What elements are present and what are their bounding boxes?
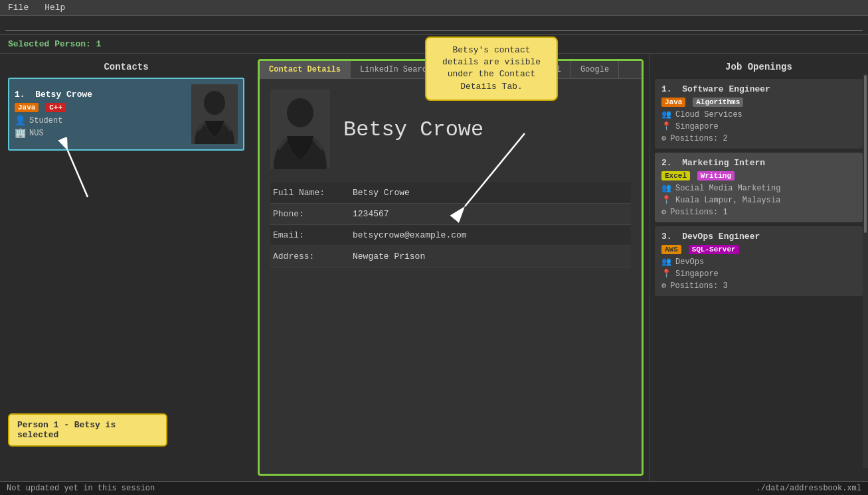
annotation-area: Person 1 - Betsy is selected <box>8 190 244 473</box>
status-bar: Not updated yet in this session ./data/a… <box>0 481 868 495</box>
contact-avatar <box>191 84 238 144</box>
job-location-1: 📍 Singapore <box>661 121 856 131</box>
svg-point-8 <box>287 98 313 127</box>
contact-role-label: Student <box>29 116 62 125</box>
job-location-2: 📍 Kuala Lampur, Malaysia <box>661 195 856 205</box>
contact-role: 👤 Student <box>15 115 191 126</box>
positions-icon-1: ⚙ <box>661 133 666 143</box>
job-location-3: 📍 Singapore <box>661 269 856 279</box>
center-panel: Betsy's contact details are visible unde… <box>252 54 649 481</box>
svg-line-6 <box>68 151 88 197</box>
contact-name: 1. Betsy Crowe <box>15 90 191 100</box>
job-positions-2: ⚙ Positions: 1 <box>661 207 856 217</box>
job-meta-1: 👥 Cloud Services 📍 Singapore ⚙ Positions… <box>661 109 856 143</box>
svg-point-2 <box>204 91 225 115</box>
phone-value: 1234567 <box>353 209 389 219</box>
job-tag-excel-2: Excel <box>661 171 690 180</box>
job-dept-1: 👥 Cloud Services <box>661 109 856 119</box>
scrollbar-track[interactable] <box>863 74 868 468</box>
detail-container: Contact Details LinkedIn Search Calendar… <box>258 59 644 476</box>
field-row-fullname: Full Name: Betsy Crowe <box>270 182 631 204</box>
job-tag-writing-2: Writing <box>697 171 735 180</box>
selected-person-label: Selected Person: 1 <box>8 39 101 49</box>
contact-fullname: Betsy Crowe <box>35 90 92 100</box>
contact-org-label: NUS <box>29 129 44 138</box>
dept-icon-3: 👥 <box>661 257 671 267</box>
jobs-panel: Job Openings 1. Software Engineer Java A… <box>649 54 868 481</box>
detail-content: Betsy Crowe Full Name: Betsy Crowe Phone… <box>260 79 642 474</box>
dept-label-2: Social Media Marketing <box>675 184 780 193</box>
fullname-value: Betsy Crowe <box>353 188 410 198</box>
dept-icon-2: 👥 <box>661 183 671 193</box>
job-name-3: DevOps Engineer <box>682 232 760 242</box>
job-dept-3: 👥 DevOps <box>661 257 856 267</box>
field-row-phone: Phone: 1234567 <box>270 204 631 225</box>
status-right: ./data/addressbook.xml <box>756 484 861 493</box>
job-item-2[interactable]: 2. Marketing Intern Excel Writing 👥 Soci… <box>655 153 863 222</box>
detail-header: Betsy Crowe <box>270 90 631 169</box>
location-label-2: Kuala Lampur, Malaysia <box>675 196 780 205</box>
left-annotation-tooltip: Person 1 - Betsy is selected <box>8 413 167 447</box>
menu-bar: File Help <box>0 0 868 16</box>
avatar-image <box>191 84 238 144</box>
job-positions-1: ⚙ Positions: 2 <box>661 133 856 143</box>
phone-label: Phone: <box>273 209 353 219</box>
email-value: betsycrowe@example.com <box>353 230 467 240</box>
tab-contact-details[interactable]: Contact Details <box>260 61 351 78</box>
dept-label-3: DevOps <box>675 257 704 267</box>
search-input[interactable] <box>5 20 863 31</box>
job-name-2: Marketing Intern <box>682 158 765 168</box>
search-bar <box>0 16 868 35</box>
field-row-address: Address: Newgate Prison <box>270 246 631 267</box>
file-menu[interactable]: File <box>5 1 31 14</box>
job-meta-3: 👥 DevOps 📍 Singapore ⚙ Positions: 3 <box>661 257 856 291</box>
positions-icon-3: ⚙ <box>661 281 666 291</box>
status-left: Not updated yet in this session <box>7 484 155 493</box>
job-tag-sql-3: SQL-Server <box>689 245 739 254</box>
positions-label-1: Positions: 2 <box>670 134 727 143</box>
building-icon: 🏢 <box>15 127 25 139</box>
scrollbar-thumb[interactable] <box>864 75 867 233</box>
tag-java: Java <box>15 103 39 112</box>
job-tag-aws-3: AWS <box>661 245 681 254</box>
job-title-3: 3. DevOps Engineer <box>661 232 856 242</box>
address-value: Newgate Prison <box>353 251 425 261</box>
contact-info: 1. Betsy Crowe Java C++ 👤 Student 🏢 NUS <box>15 90 191 139</box>
email-label: Email: <box>273 230 353 240</box>
top-annotation-area: Betsy's contact details are visible unde… <box>425 54 815 101</box>
contacts-title: Contacts <box>8 62 244 72</box>
location-icon-1: 📍 <box>661 121 671 131</box>
field-row-email: Email: betsycrowe@example.com <box>270 225 631 246</box>
job-dept-2: 👥 Social Media Marketing <box>661 183 856 193</box>
positions-label-3: Positions: 3 <box>670 281 727 291</box>
fullname-label: Full Name: <box>273 188 353 198</box>
person-icon: 👤 <box>15 115 25 126</box>
contact-meta: 👤 Student 🏢 NUS <box>15 115 191 139</box>
job-number-2: 2. <box>661 158 677 168</box>
location-icon-2: 📍 <box>661 195 671 205</box>
positions-label-2: Positions: 1 <box>670 208 727 217</box>
address-label: Address: <box>273 251 353 261</box>
dept-label-1: Cloud Services <box>675 110 742 119</box>
job-number-3: 3. <box>661 232 677 242</box>
top-annotation-tooltip: Betsy's contact details are visible unde… <box>425 54 558 101</box>
location-label-1: Singapore <box>675 122 719 131</box>
tag-cpp: C++ <box>46 103 66 112</box>
detail-fields: Full Name: Betsy Crowe Phone: 1234567 Em… <box>270 182 631 267</box>
detail-contact-name: Betsy Crowe <box>343 117 483 142</box>
location-icon-3: 📍 <box>661 269 671 279</box>
job-item-3[interactable]: 3. DevOps Engineer AWS SQL-Server 👥 DevO… <box>655 226 863 296</box>
job-meta-2: 👥 Social Media Marketing 📍 Kuala Lampur,… <box>661 183 856 217</box>
positions-icon-2: ⚙ <box>661 207 666 217</box>
job-positions-3: ⚙ Positions: 3 <box>661 281 856 291</box>
contacts-panel: Contacts 1. Betsy Crowe Java C++ 👤 Stude… <box>0 54 252 481</box>
contact-item-betsy[interactable]: 1. Betsy Crowe Java C++ 👤 Student 🏢 NUS <box>8 78 244 151</box>
help-menu[interactable]: Help <box>42 1 68 14</box>
annotation-arrow <box>48 137 114 204</box>
contact-number: 1. <box>15 90 30 100</box>
dept-icon-1: 👥 <box>661 109 671 119</box>
detail-avatar-image <box>270 90 330 169</box>
job-title-2: 2. Marketing Intern <box>661 158 856 168</box>
main-content: Contacts 1. Betsy Crowe Java C++ 👤 Stude… <box>0 54 868 481</box>
location-label-3: Singapore <box>675 269 719 279</box>
